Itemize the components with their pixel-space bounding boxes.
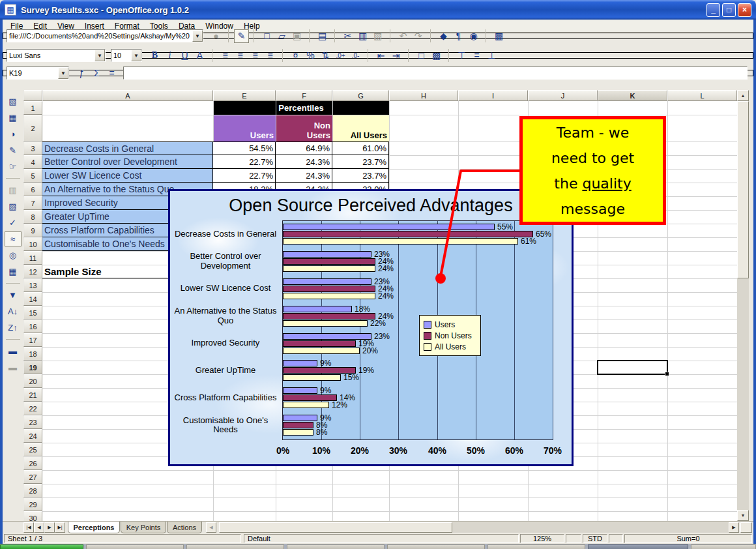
- column-header-a[interactable]: A: [42, 90, 213, 101]
- row-header-8[interactable]: 8: [23, 210, 42, 224]
- font-size-dropdown-icon[interactable]: ▼: [131, 50, 141, 61]
- align-top-icon[interactable]: ⊤: [454, 49, 469, 63]
- column-header-j[interactable]: J: [528, 90, 598, 101]
- taskbar-window-button[interactable]: [387, 544, 485, 549]
- row-header-15[interactable]: 15: [23, 306, 42, 319]
- selected-cell-k19[interactable]: [597, 360, 668, 375]
- column-header-e[interactable]: E: [213, 90, 276, 101]
- row-header-19[interactable]: 19: [23, 361, 42, 374]
- row-header-20[interactable]: 20: [23, 374, 42, 388]
- row-header-11[interactable]: 11: [23, 251, 42, 265]
- url-dropdown-icon[interactable]: ▼: [192, 30, 203, 42]
- font-name-combobox[interactable]: ▼: [7, 49, 106, 62]
- align-left-icon[interactable]: ≡: [218, 49, 233, 63]
- row-header-12[interactable]: 12: [23, 265, 42, 278]
- align-bottom-icon[interactable]: ⊥: [484, 49, 499, 63]
- hyperlink-icon[interactable]: ◉: [466, 29, 481, 43]
- vertical-scroll-thumb[interactable]: [737, 101, 749, 278]
- row-header-28[interactable]: 28: [23, 484, 42, 497]
- column-header-g[interactable]: G: [332, 90, 389, 101]
- auto-spellcheck-icon[interactable]: ≈: [5, 231, 22, 246]
- first-sheet-icon[interactable]: |◀: [23, 522, 34, 533]
- row-header-16[interactable]: 16: [23, 319, 42, 333]
- find-icon[interactable]: ◎: [5, 248, 22, 263]
- number-standard-icon[interactable]: ⇅: [318, 49, 333, 63]
- horizontal-scroll-thumb[interactable]: [219, 522, 452, 533]
- copy-icon[interactable]: ▥: [355, 29, 370, 43]
- draw-functions-icon[interactable]: ✎: [5, 143, 22, 158]
- borders-icon[interactable]: □: [414, 49, 429, 63]
- taskbar-window-button[interactable]: [588, 544, 688, 549]
- last-sheet-icon[interactable]: ▶|: [55, 522, 65, 533]
- name-box-dropdown-icon[interactable]: ▼: [58, 67, 68, 79]
- font-size-input[interactable]: [111, 50, 131, 61]
- value-cell[interactable]: 23.7%: [332, 155, 389, 169]
- number-percent-icon[interactable]: %: [303, 49, 318, 63]
- all-users-header-cell[interactable]: All Users: [332, 115, 389, 141]
- non-users-header-cell[interactable]: Non Users: [276, 115, 332, 141]
- print-icon[interactable]: ▤: [315, 29, 330, 43]
- row-header-14[interactable]: 14: [23, 292, 42, 306]
- value-cell[interactable]: 64.9%: [276, 141, 332, 155]
- row-header-1[interactable]: 1: [23, 101, 42, 115]
- callout-note[interactable]: Team - we need to get the quality messag…: [519, 116, 666, 225]
- align-vcenter-icon[interactable]: =: [469, 49, 484, 63]
- maximize-button[interactable]: □: [722, 3, 736, 17]
- underline-icon[interactable]: U: [177, 49, 192, 63]
- row-header-17[interactable]: 17: [23, 333, 42, 347]
- row-label-cell[interactable]: Decrease Costs in General: [42, 141, 213, 155]
- sort-descending-icon[interactable]: Z↑: [5, 320, 22, 335]
- open-icon[interactable]: ▱: [274, 29, 289, 43]
- chart-object[interactable]: Open Source Perceived Advantages Decreas…: [168, 189, 574, 466]
- value-cell[interactable]: 22.7%: [213, 169, 276, 183]
- cut-icon[interactable]: ✂: [340, 29, 355, 43]
- tab-actions[interactable]: Actions: [167, 522, 202, 533]
- row-header-13[interactable]: 13: [23, 278, 42, 292]
- number-currency-icon[interactable]: ¤: [288, 49, 303, 63]
- url-input[interactable]: [7, 31, 192, 41]
- taskbar-window-button[interactable]: [86, 544, 184, 549]
- column-header-f[interactable]: F: [276, 90, 332, 101]
- new-document-icon[interactable]: □: [259, 29, 274, 43]
- value-cell[interactable]: 22.7%: [213, 155, 276, 169]
- row-header-4[interactable]: 4: [23, 155, 42, 169]
- taskbar-start-button[interactable]: [0, 544, 83, 549]
- column-header-i[interactable]: I: [458, 90, 528, 101]
- value-cell[interactable]: 61.0%: [332, 141, 389, 155]
- taskbar-window-button[interactable]: [186, 544, 284, 549]
- row-header-26[interactable]: 26: [23, 456, 42, 470]
- row-header-3[interactable]: 3: [23, 141, 42, 155]
- align-center-icon[interactable]: ≡: [233, 49, 248, 63]
- align-right-icon[interactable]: ≡: [248, 49, 263, 63]
- tab-key-points[interactable]: Key Points: [121, 522, 166, 533]
- font-name-input[interactable]: [7, 50, 94, 61]
- font-color-icon[interactable]: A: [192, 49, 207, 63]
- background-color-icon[interactable]: ▩: [429, 49, 444, 63]
- italic-icon[interactable]: i: [162, 49, 177, 63]
- value-cell[interactable]: 24.3%: [276, 155, 332, 169]
- users-header-cell[interactable]: Users: [213, 115, 276, 141]
- next-sheet-icon[interactable]: ▶: [44, 522, 55, 533]
- scroll-up-icon[interactable]: ▲: [737, 90, 749, 101]
- function-wizard-icon[interactable]: ƒ: [74, 67, 89, 80]
- cell-reference-input[interactable]: [7, 68, 58, 78]
- gallery-icon[interactable]: ▩: [491, 29, 506, 43]
- select-all-corner[interactable]: [23, 90, 42, 101]
- close-button[interactable]: ×: [738, 3, 751, 17]
- row-header-25[interactable]: 25: [23, 443, 42, 456]
- font-name-dropdown-icon[interactable]: ▼: [94, 50, 105, 61]
- row-header-9[interactable]: 9: [23, 224, 42, 237]
- percentiles-header-cell[interactable]: Percentiles: [213, 101, 389, 115]
- scroll-right-icon[interactable]: ▶: [729, 522, 739, 533]
- url-combobox[interactable]: ▼: [7, 29, 203, 42]
- formula-input-line[interactable]: [123, 67, 748, 80]
- row-header-10[interactable]: 10: [23, 237, 42, 251]
- row-header-18[interactable]: 18: [23, 347, 42, 361]
- prev-sheet-icon[interactable]: ◀: [34, 522, 44, 533]
- row-header-5[interactable]: 5: [23, 169, 42, 183]
- row-header-27[interactable]: 27: [23, 470, 42, 484]
- increase-indent-icon[interactable]: ⇥: [388, 49, 403, 63]
- row-label-cell[interactable]: Better Control over Development: [42, 155, 213, 169]
- align-justify-icon[interactable]: ≡: [263, 49, 278, 63]
- row-header-6[interactable]: 6: [23, 183, 42, 196]
